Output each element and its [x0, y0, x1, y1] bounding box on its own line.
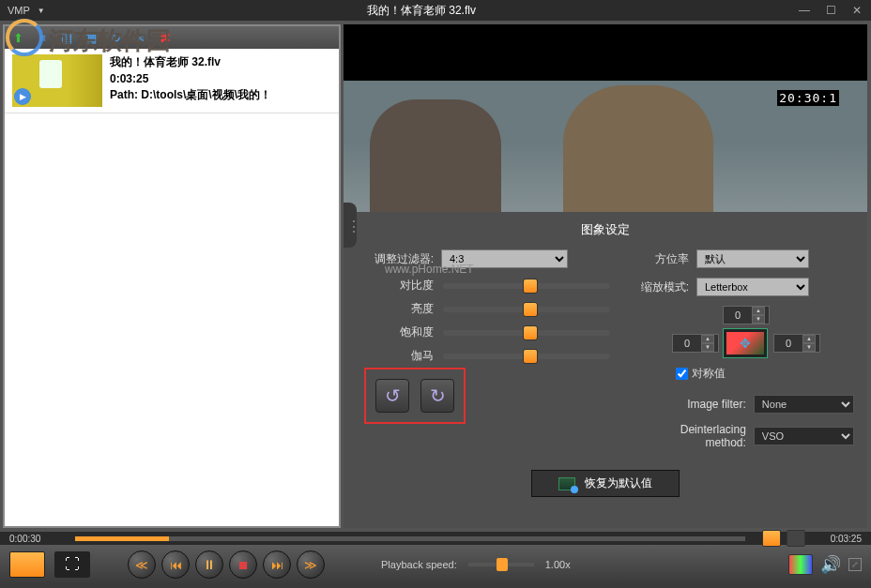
crop-left-spinner[interactable]: ▲▼ — [672, 334, 719, 353]
playlist-empty — [5, 113, 339, 526]
item-path: Path: D:\tools\桌面\视频\我的！ — [110, 87, 271, 103]
video-area[interactable]: 20:30:1 — [344, 24, 867, 231]
pause-button[interactable]: ⏸ — [195, 550, 223, 579]
close-button[interactable]: ✕ — [850, 4, 863, 17]
settings-title: 图象设定 — [357, 221, 854, 238]
snapshot-icon[interactable] — [762, 530, 781, 547]
controls-bar: ⛶ ≪ ⏮ ⏸ ⏹ ⏭ ≫ Playback speed: 1.00x 🔊 ⤢ — [0, 545, 871, 584]
image-filter-select[interactable]: None — [754, 395, 854, 414]
crop-top-spinner[interactable]: ▲▼ — [723, 306, 770, 324]
image-settings-panel: 图象设定 调整过滤器: 4:3 对比度 亮度 — [344, 212, 867, 528]
gamma-slider[interactable] — [443, 354, 610, 359]
time-total: 0:03:25 — [805, 534, 862, 544]
app-menu-arrow[interactable]: ▼ — [38, 7, 45, 15]
rewind-button[interactable]: ≪ — [128, 550, 156, 579]
contrast-label: 对比度 — [357, 278, 434, 294]
aspect-select[interactable]: 默认 — [696, 249, 809, 268]
deint-label: Deinterlacing method: — [638, 423, 746, 449]
window-title: 我的！体育老师 32.flv — [45, 3, 798, 19]
saturation-slider[interactable] — [443, 330, 610, 336]
speed-label: Playback speed: — [381, 559, 457, 570]
brightness-label: 亮度 — [357, 301, 434, 317]
video-timestamp: 20:30:1 — [777, 90, 839, 106]
minimize-button[interactable]: — — [798, 4, 811, 17]
rotate-cw-button[interactable]: ↻ — [420, 379, 454, 413]
brightness-slider[interactable] — [443, 307, 610, 312]
crop-grid: ▲▼ ▲▼ ✥ ▲▼ — [638, 306, 854, 358]
restore-icon — [558, 477, 575, 490]
contrast-slider[interactable] — [443, 283, 610, 289]
aspect-label: 方位率 — [638, 251, 689, 267]
titlebar: VMP ▼ 我的！体育老师 32.flv — ☐ ✕ — [0, 0, 871, 21]
timeline-track[interactable] — [75, 536, 745, 541]
rotate-highlight-box: ↺ ↻ — [364, 368, 466, 424]
panel-grip[interactable] — [344, 203, 357, 248]
restore-defaults-button[interactable]: 恢复为默认值 — [531, 470, 680, 497]
expand-icon[interactable]: ⤢ — [848, 558, 862, 571]
next-button[interactable]: ⏭ — [263, 550, 291, 579]
maximize-button[interactable]: ☐ — [824, 4, 837, 17]
volume-icon[interactable]: 🔊 — [820, 554, 841, 575]
time-current: 0:00:30 — [9, 534, 66, 544]
watermark-logo: 河东软件园 — [6, 19, 193, 66]
fullscreen-button[interactable]: ⛶ — [54, 551, 90, 578]
marker-icon[interactable] — [787, 530, 805, 547]
tv-icon[interactable] — [788, 554, 813, 575]
symmetric-checkbox[interactable] — [676, 368, 688, 380]
playlist-panel: ⬆ ≡ ▤ ▦ ↻ ⤭ ✖ ▶ 我的！体育老师 32.flv 0:03:25 P… — [3, 24, 341, 528]
stop-button[interactable]: ⏹ — [229, 550, 257, 579]
play-overlay-icon[interactable]: ▶ — [14, 88, 31, 105]
timeline-bar: 0:00:30 0:03:25 — [0, 532, 871, 545]
speed-value: 1.00x — [545, 559, 571, 570]
speed-slider[interactable] — [468, 563, 534, 566]
saturation-label: 饱和度 — [357, 324, 434, 340]
deint-select[interactable]: VSO — [754, 427, 854, 445]
zoom-label: 缩放模式: — [638, 279, 689, 295]
crop-preview: ✥ — [723, 328, 768, 358]
watermark-url: www.pHome.NET — [385, 263, 474, 276]
item-duration: 0:03:25 — [110, 72, 271, 85]
app-name: VMP — [8, 5, 30, 16]
prev-button[interactable]: ⏮ — [161, 550, 190, 579]
gamma-label: 伽马 — [357, 348, 434, 364]
forward-button[interactable]: ≫ — [297, 550, 325, 579]
crop-right-spinner[interactable]: ▲▼ — [773, 334, 820, 353]
image-filter-label: Image filter: — [638, 398, 746, 411]
video-panel: 20:30:1 图象设定 调整过滤器: 4:3 对比度 亮度 — [344, 24, 867, 528]
rotate-ccw-button[interactable]: ↺ — [375, 379, 409, 413]
symmetric-label: 对称值 — [692, 366, 726, 382]
view-thumb-button[interactable] — [9, 551, 45, 578]
zoom-select[interactable]: Letterbox — [696, 278, 809, 296]
